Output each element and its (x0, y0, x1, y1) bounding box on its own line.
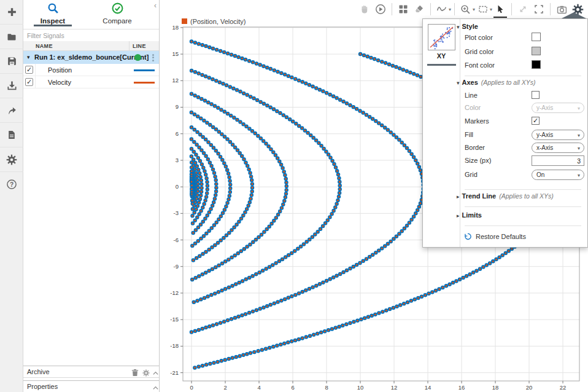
run-expander-icon[interactable] (27, 54, 30, 60)
open-button[interactable] (0, 25, 23, 49)
data-point (194, 276, 197, 280)
data-point (273, 302, 276, 305)
data-point (381, 60, 384, 63)
data-point (349, 321, 352, 324)
data-point (190, 184, 193, 187)
line-checkbox[interactable] (532, 91, 540, 99)
data-point (317, 141, 320, 144)
data-point (190, 161, 193, 164)
data-point (250, 194, 253, 197)
data-point (338, 177, 341, 180)
archive-bar[interactable]: Archive (23, 366, 159, 378)
inspect-panel: Inspect Compare ‹ NAME LINE Run 1: ex_sl… (23, 0, 160, 392)
border-dropdown[interactable]: x-Axis (532, 143, 584, 153)
data-point (395, 66, 398, 69)
axes-section-header[interactable]: Axes(Applies to all XYs) (457, 79, 536, 86)
signal-row-velocity[interactable]: Velocity (23, 76, 159, 88)
run-menu-kebab-icon[interactable] (150, 53, 156, 63)
data-point (346, 269, 349, 272)
font-color-label: Font color (465, 61, 495, 69)
tab-inspect[interactable]: Inspect (25, 0, 80, 26)
create-report-button[interactable] (0, 123, 23, 147)
data-point (215, 182, 218, 186)
data-point (363, 54, 366, 57)
data-point (322, 90, 325, 93)
properties-collapse-chevron-up-icon[interactable] (152, 383, 159, 392)
magnifier-icon (47, 2, 59, 14)
data-point (201, 44, 204, 47)
filter-signals-input[interactable] (23, 30, 159, 42)
x-tick-label: 12 (391, 384, 398, 391)
data-point (227, 172, 230, 175)
clear-plots-button[interactable] (411, 1, 427, 17)
limits-section-header[interactable]: Limits (457, 211, 482, 219)
data-point (284, 196, 287, 199)
data-point (413, 298, 416, 301)
plot-color-swatch[interactable] (532, 33, 541, 41)
data-point (352, 320, 355, 323)
velocity-checkbox[interactable] (25, 78, 33, 86)
import-button[interactable] (0, 74, 23, 98)
data-point (265, 347, 268, 350)
new-run-button[interactable] (0, 0, 23, 25)
data-point (234, 146, 237, 149)
run-row[interactable]: Run 1: ex_sldemo_bounce[Current] (23, 51, 159, 64)
subplot-layout-button[interactable] (395, 1, 411, 17)
zoom-in-icon (460, 4, 471, 15)
replay-button[interactable] (373, 1, 389, 17)
archive-collapse-chevron-up-icon[interactable] (152, 368, 159, 379)
velocity-line-swatch[interactable] (134, 82, 155, 84)
preferences-button[interactable] (0, 147, 23, 172)
fill-dropdown[interactable]: y-Axis (532, 130, 584, 140)
properties-bar[interactable]: Properties (23, 380, 159, 392)
zoom-button[interactable] (458, 1, 474, 17)
data-point (314, 233, 317, 236)
position-line-swatch[interactable] (134, 69, 155, 71)
restore-defaults-button[interactable]: Restore Defaults (463, 232, 526, 241)
data-point (229, 183, 232, 186)
y-tick-label: 0 (176, 183, 179, 190)
data-point (316, 332, 319, 335)
grid-dropdown[interactable]: On (532, 170, 584, 180)
trend-line-section-header[interactable]: Trend Line(Applies to all XYs) (457, 192, 554, 200)
data-point (417, 165, 420, 168)
pop-out-button[interactable] (515, 1, 531, 17)
signal-options-button[interactable] (434, 1, 450, 17)
data-point (198, 213, 201, 216)
archive-settings-gear-icon[interactable] (142, 368, 150, 379)
data-point (212, 361, 215, 364)
data-point (315, 87, 318, 90)
data-point (210, 165, 213, 168)
style-section-header[interactable]: Style (457, 23, 478, 30)
color-dropdown[interactable]: y-Axis (532, 103, 584, 113)
data-point (349, 267, 352, 270)
tab-compare[interactable]: Compare (90, 0, 145, 26)
data-point (419, 202, 422, 205)
data-point (349, 104, 352, 107)
position-checkbox[interactable] (25, 66, 33, 74)
data-point (391, 65, 394, 68)
signal-row-position[interactable]: Position (23, 64, 159, 76)
save-button[interactable] (0, 49, 23, 74)
data-point (248, 127, 251, 130)
data-point (256, 99, 259, 102)
marker-size-input[interactable] (532, 155, 584, 166)
data-point (226, 52, 230, 55)
font-color-swatch[interactable] (532, 60, 541, 69)
fit-to-view-button[interactable] (475, 1, 491, 17)
data-point (365, 257, 368, 261)
signal-name: Velocity (48, 79, 71, 86)
data-point (240, 217, 243, 220)
markers-checkbox[interactable] (532, 117, 540, 125)
data-point (192, 300, 195, 304)
data-point (284, 298, 287, 301)
help-button[interactable]: ? (0, 172, 23, 197)
fullscreen-button[interactable] (531, 1, 547, 17)
export-button[interactable] (0, 98, 23, 123)
trash-icon[interactable] (131, 368, 139, 379)
collapse-panel-icon[interactable]: ‹ (154, 1, 157, 10)
pan-button[interactable] (357, 1, 373, 17)
data-point (276, 70, 279, 73)
select-mode-button[interactable] (492, 1, 508, 17)
grid-color-swatch[interactable] (532, 47, 541, 55)
